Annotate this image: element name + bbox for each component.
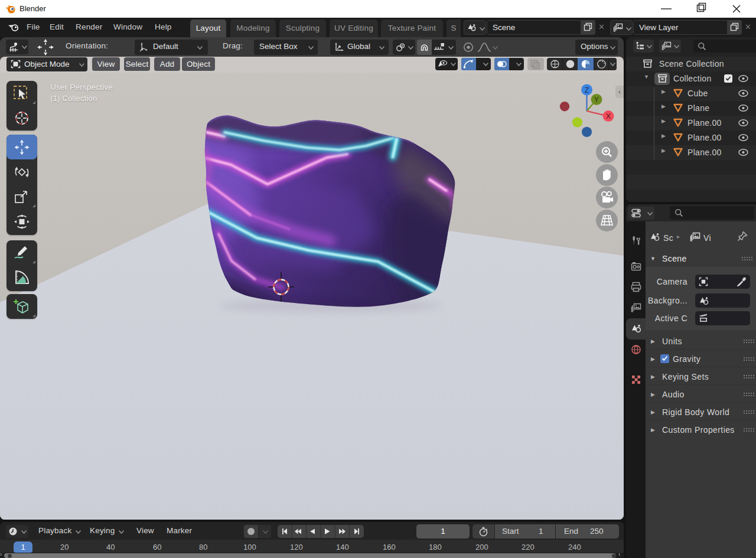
svg-text:X: X	[606, 112, 611, 120]
svg-text:Z: Z	[585, 86, 589, 94]
svg-text:Y: Y	[594, 96, 599, 104]
